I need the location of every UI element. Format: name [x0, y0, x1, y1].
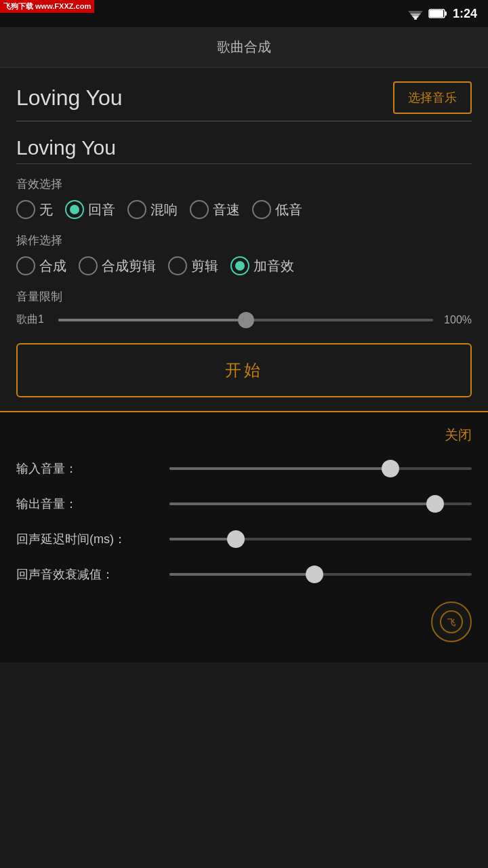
- effect-none[interactable]: 无: [16, 200, 53, 219]
- effects-label: 音效选择: [16, 176, 472, 192]
- echo-decay-thumb[interactable]: [306, 566, 323, 583]
- svg-rect-6: [445, 12, 447, 16]
- effect-reverb-label: 混响: [150, 201, 178, 219]
- op-add-effect-circle: [230, 256, 249, 275]
- song1-slider-thumb[interactable]: [238, 312, 254, 328]
- output-volume-label: 输出音量：: [16, 496, 159, 512]
- effect-echo[interactable]: 回音: [65, 200, 115, 219]
- status-icons: 1:24: [408, 7, 477, 21]
- op-edit-circle: [168, 256, 187, 275]
- effects-close-row: 关闭: [16, 426, 472, 444]
- effect-echo-label: 回音: [88, 201, 115, 219]
- echo-delay-row: 回声延迟时间(ms)：: [16, 531, 472, 547]
- effect-speed-label: 音速: [213, 201, 240, 219]
- select-music-button[interactable]: 选择音乐: [393, 81, 472, 114]
- song-title-input[interactable]: [16, 85, 393, 111]
- effect-none-circle: [16, 200, 35, 219]
- output-volume-row: 输出音量：: [16, 496, 472, 512]
- effect-echo-circle: [65, 200, 84, 219]
- echo-decay-row: 回声音效衰减值：: [16, 566, 472, 583]
- op-compose-label: 合成: [39, 257, 66, 275]
- status-bar: 飞狗下载 www.FXXZ.com 1:24: [0, 0, 488, 27]
- effect-bass-label: 低音: [275, 201, 302, 219]
- effects-panel: 关闭 输入音量： 输出音量： 回声延迟时间(ms)： 回声音效衰减值：: [0, 411, 488, 663]
- op-compose-edit[interactable]: 合成剪辑: [79, 256, 156, 275]
- song-selector-row: 选择音乐: [16, 81, 472, 121]
- op-compose-edit-label: 合成剪辑: [102, 257, 156, 275]
- effect-bass-circle: [252, 200, 271, 219]
- watermark-label: 飞狗下载 www.FXXZ.com: [0, 0, 94, 13]
- output-volume-thumb[interactable]: [426, 495, 444, 513]
- song1-slider-row: 歌曲1 100%: [16, 313, 472, 327]
- effect-speed-circle: [190, 200, 209, 219]
- op-compose[interactable]: 合成: [16, 256, 66, 275]
- op-add-effect[interactable]: 加音效: [230, 256, 294, 275]
- input-volume-label: 输入音量：: [16, 460, 159, 477]
- input-volume-track[interactable]: [169, 467, 472, 470]
- song-name-display: Loving You: [16, 130, 472, 164]
- title-bar: 歌曲合成: [0, 27, 488, 68]
- logo-icon: 飞: [439, 610, 464, 634]
- effects-section: 音效选择 无 回音 混响 音速 低音: [16, 176, 472, 219]
- effects-radio-group: 无 回音 混响 音速 低音: [16, 200, 472, 219]
- svg-text:飞: 飞: [447, 618, 455, 627]
- output-volume-track[interactable]: [169, 502, 472, 505]
- echo-decay-track[interactable]: [169, 573, 472, 576]
- song1-slider-value: 100%: [441, 314, 472, 326]
- bottom-logo: 飞: [431, 601, 472, 642]
- echo-delay-track[interactable]: [169, 538, 472, 540]
- close-button[interactable]: 关闭: [445, 426, 472, 444]
- svg-rect-5: [430, 10, 443, 17]
- op-edit[interactable]: 剪辑: [168, 256, 218, 275]
- volume-label: 音量限制: [16, 289, 472, 304]
- operation-section: 操作选择 合成 合成剪辑 剪辑 加音效: [16, 233, 472, 275]
- effect-reverb[interactable]: 混响: [127, 200, 178, 219]
- op-compose-circle: [16, 256, 35, 275]
- song1-slider-label: 歌曲1: [16, 313, 50, 327]
- effect-speed[interactable]: 音速: [190, 200, 240, 219]
- operation-radio-group: 合成 合成剪辑 剪辑 加音效: [16, 256, 472, 275]
- echo-delay-label: 回声延迟时间(ms)：: [16, 531, 159, 547]
- input-volume-row: 输入音量：: [16, 460, 472, 477]
- op-compose-edit-circle: [79, 256, 98, 275]
- effect-none-label: 无: [39, 201, 53, 219]
- page-title: 歌曲合成: [217, 38, 271, 56]
- op-edit-label: 剪辑: [191, 257, 218, 275]
- echo-decay-label: 回声音效衰减值：: [16, 566, 159, 583]
- main-section: 选择音乐 Loving You 音效选择 无 回音 混响 音速: [0, 68, 488, 411]
- input-volume-thumb[interactable]: [382, 460, 399, 477]
- effect-bass[interactable]: 低音: [252, 200, 302, 219]
- effect-reverb-circle: [127, 200, 146, 219]
- status-time: 1:24: [453, 7, 477, 21]
- battery-icon: [428, 8, 447, 19]
- volume-section: 音量限制 歌曲1 100%: [16, 289, 472, 327]
- operation-label: 操作选择: [16, 233, 472, 248]
- wifi-icon: [408, 7, 423, 20]
- op-add-effect-label: 加音效: [253, 257, 294, 275]
- start-button[interactable]: 开始: [16, 343, 472, 397]
- song1-slider-track[interactable]: [58, 319, 433, 321]
- echo-delay-thumb[interactable]: [227, 530, 245, 548]
